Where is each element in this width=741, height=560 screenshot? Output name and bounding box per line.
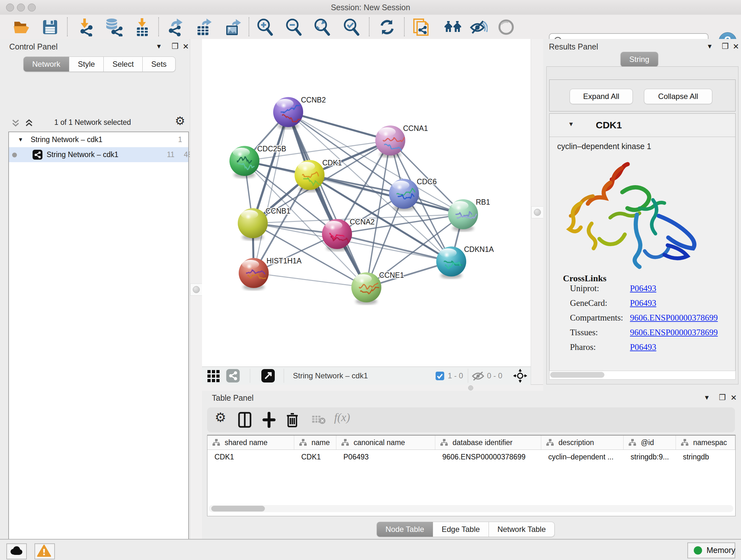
window-minimize-button[interactable]: [17, 3, 25, 11]
node-result-header[interactable]: ▼ CDK1: [549, 114, 735, 137]
network-collection-row[interactable]: ▼ String Network – cdk1 1: [9, 132, 188, 147]
save-session-icon[interactable]: [41, 18, 59, 37]
tab-edge-table[interactable]: Edge Table: [433, 522, 489, 537]
crosslink-link[interactable]: 9606.ENSP00000378699: [630, 327, 718, 337]
tab-string[interactable]: String: [620, 52, 658, 67]
network-edge[interactable]: [254, 273, 366, 287]
crosslink-link[interactable]: P06493: [630, 298, 657, 308]
network-edge[interactable]: [337, 234, 451, 261]
zoom-in-icon[interactable]: [256, 18, 274, 37]
function-builder-icon[interactable]: f(x): [334, 411, 350, 424]
network-node-CDK1[interactable]: CDK1: [294, 159, 342, 192]
open-session-icon[interactable]: [12, 18, 31, 37]
crosslink-link[interactable]: P06493: [630, 342, 657, 352]
tab-style[interactable]: Style: [69, 57, 104, 72]
memory-button[interactable]: Memory: [687, 543, 735, 558]
column-header-6[interactable]: namespac: [676, 435, 735, 449]
zoom-fit-icon[interactable]: [313, 18, 331, 37]
expand-all-icon[interactable]: [24, 118, 34, 128]
import-network-icon[interactable]: [77, 18, 95, 37]
column-header-4[interactable]: description: [541, 435, 623, 449]
table-cell[interactable]: stringdb: [676, 449, 735, 464]
tree-expander-icon[interactable]: ▼: [18, 132, 23, 147]
column-header-0[interactable]: shared name: [207, 435, 294, 449]
column-header-1[interactable]: name: [294, 435, 336, 449]
results-scrollbar[interactable]: [549, 371, 736, 380]
network-node-CCNB2[interactable]: CCNB2: [273, 96, 326, 129]
right-splitter-handle[interactable]: [531, 206, 543, 219]
panel-float-icon[interactable]: ❒: [722, 42, 729, 51]
crosslink-link[interactable]: 9606.ENSP00000378699: [630, 313, 718, 323]
crosslink-link[interactable]: P06493: [630, 284, 657, 294]
column-header-3[interactable]: database identifier: [435, 435, 541, 449]
right-splitter[interactable]: [531, 39, 544, 384]
network-canvas[interactable]: CCNB2CCNA1CDC25BCDK1CDC6RB1CCNB1CCNA2CDK…: [202, 39, 531, 367]
table-cell[interactable]: stringdb:9...: [623, 449, 676, 464]
birdseye-share-icon[interactable]: [226, 369, 240, 382]
selected-checkbox-icon[interactable]: [435, 372, 444, 380]
network-edge[interactable]: [254, 112, 288, 273]
network-row[interactable]: String Network – cdk1 11 48: [9, 147, 188, 162]
delete-table-icon[interactable]: [312, 415, 326, 425]
zoom-out-icon[interactable]: [284, 18, 303, 37]
import-table-icon[interactable]: [133, 18, 151, 37]
tab-select[interactable]: Select: [104, 57, 143, 72]
left-splitter-handle[interactable]: [190, 284, 202, 296]
horizontal-splitter-handle[interactable]: [468, 385, 473, 390]
table-hscrollbar[interactable]: [209, 505, 733, 512]
export-table-icon[interactable]: [195, 18, 213, 37]
create-column-icon[interactable]: [262, 412, 276, 428]
refresh-icon[interactable]: [378, 18, 396, 37]
panel-float-icon[interactable]: ❒: [172, 42, 179, 51]
network-node-CCNE1[interactable]: CCNE1: [351, 271, 404, 305]
cloud-button[interactable]: [6, 543, 27, 559]
column-header-2[interactable]: canonical name: [336, 435, 435, 449]
panel-close-icon[interactable]: ✕: [731, 393, 737, 402]
panel-menu-icon[interactable]: ▼: [706, 43, 713, 50]
collapse-all-button[interactable]: Collapse All: [644, 89, 712, 104]
show-columns-icon[interactable]: [238, 412, 252, 428]
open-in-window-icon[interactable]: [261, 369, 275, 382]
panel-menu-icon[interactable]: ▼: [704, 394, 710, 401]
crosslink-label: Uniprot:: [570, 284, 599, 294]
gear-icon[interactable]: ⚙: [175, 114, 185, 127]
expand-all-button[interactable]: Expand All: [569, 89, 633, 104]
eye-icon[interactable]: [497, 18, 515, 37]
column-header-5[interactable]: @id: [623, 435, 676, 449]
grid-view-icon[interactable]: [207, 369, 220, 383]
fit-crosshair-icon[interactable]: [513, 369, 527, 383]
table-cell[interactable]: CDK1: [294, 449, 336, 464]
collapse-all-icon[interactable]: [11, 118, 20, 128]
network-node-CDKN1A[interactable]: CDKN1A: [436, 245, 494, 279]
table-cell[interactable]: cyclin–dependent ...: [541, 449, 623, 464]
window-close-button[interactable]: [6, 3, 14, 11]
table-cell[interactable]: CDK1: [207, 449, 294, 464]
panel-close-icon[interactable]: ✕: [733, 42, 739, 51]
zoom-selected-icon[interactable]: [342, 18, 360, 37]
panel-float-icon[interactable]: ❒: [719, 393, 726, 402]
window-zoom-button[interactable]: [28, 3, 36, 11]
node-table[interactable]: shared namenamecanonical namedatabase id…: [207, 435, 736, 516]
tab-network-table[interactable]: Network Table: [489, 522, 555, 537]
export-image-icon[interactable]: [224, 18, 242, 37]
clone-network-icon[interactable]: [412, 18, 430, 37]
export-network-icon[interactable]: [166, 18, 185, 37]
crosslink-row: GeneCard:P06493: [549, 298, 735, 313]
table-cell[interactable]: 9606.ENSP00000378699: [435, 449, 541, 464]
warning-button[interactable]: [35, 543, 55, 559]
table-cell[interactable]: P06493: [336, 449, 435, 464]
tab-network[interactable]: Network: [23, 57, 69, 72]
tab-sets[interactable]: Sets: [143, 57, 176, 72]
network-node-RB1[interactable]: RB1: [448, 198, 490, 232]
left-splitter[interactable]: [190, 39, 203, 539]
table-settings-gear-icon[interactable]: ⚙: [215, 410, 226, 425]
panel-close-icon[interactable]: ✕: [183, 42, 189, 51]
home-pair-icon[interactable]: [444, 18, 462, 37]
collapse-entry-icon[interactable]: ▼: [568, 121, 574, 128]
delete-column-icon[interactable]: [286, 412, 299, 428]
tab-node-table[interactable]: Node Table: [377, 522, 433, 537]
hide-unhide-icon[interactable]: [469, 18, 488, 37]
panel-menu-icon[interactable]: ▼: [156, 43, 162, 50]
import-database-icon[interactable]: [104, 18, 123, 37]
network-node-HIST1H1A[interactable]: HIST1H1A: [239, 257, 302, 290]
